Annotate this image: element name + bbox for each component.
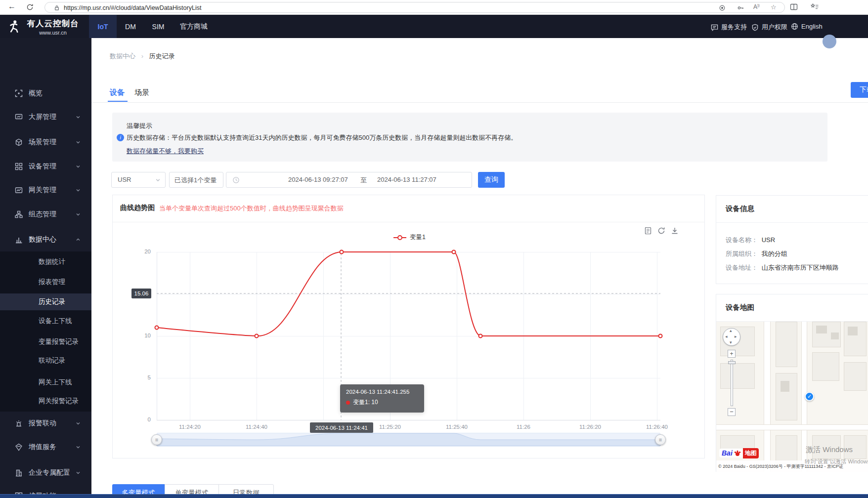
gridline	[157, 378, 660, 378]
pan-right-icon[interactable]: ▸	[735, 334, 737, 339]
date-range-picker[interactable]: 2024-06-13 09:27:07 至 2024-06-13 11:27:0…	[226, 172, 472, 188]
submenu-report-management[interactable]: 报表管理	[0, 274, 91, 290]
info-icon: i	[117, 134, 124, 141]
submenu-gateway-online-offline[interactable]: 网关上下线	[0, 374, 91, 391]
device-org-value: 我的分组	[762, 250, 787, 257]
download-button[interactable]: 下载	[851, 82, 868, 98]
datazoom-right-handle[interactable]: ≡	[655, 434, 666, 445]
user-avatar[interactable]	[823, 35, 836, 48]
device-name-value: USR	[762, 236, 775, 244]
x-tick-label: 11:26:40	[646, 424, 668, 430]
variable-select[interactable]: 已选择1个变量	[169, 172, 223, 188]
sidebar-item-hmi[interactable]: 组态管理	[0, 206, 91, 223]
nav-tab-mall[interactable]: 官方商城	[175, 15, 213, 38]
date-start-value[interactable]: 2024-06-13 09:27:07	[288, 176, 348, 183]
device-info-title: 设备信息	[726, 204, 754, 213]
date-end-value[interactable]: 2024-06-13 11:27:07	[377, 176, 436, 183]
url-bar[interactable]: https://mp.usr.cn/#/cloud/data/ViewDataH…	[44, 2, 785, 13]
breadcrumb-separator: ›	[141, 52, 143, 60]
map-block	[776, 373, 797, 420]
browser-refresh-icon[interactable]	[26, 3, 34, 11]
split-screen-icon[interactable]	[790, 3, 798, 11]
nav-tab-sim[interactable]: SIM	[146, 15, 170, 38]
gridline	[157, 336, 660, 336]
chat-icon	[711, 24, 718, 31]
legend-item-var1[interactable]: 变量1	[393, 233, 426, 242]
submenu-history-records[interactable]: 历史记录	[0, 293, 91, 310]
search-button[interactable]: 查询	[478, 172, 505, 188]
chevron-down-icon	[76, 164, 81, 169]
tab-scene[interactable]: 场景	[134, 88, 149, 97]
clock-icon	[232, 176, 240, 184]
submenu-device-online-offline[interactable]: 设备上下线	[0, 313, 91, 330]
pan-down-icon[interactable]: ▾	[730, 340, 732, 345]
sidebar-item-gateways[interactable]: 网关管理	[0, 182, 91, 199]
map-zoom-out-button[interactable]: −	[728, 408, 736, 416]
device-grid-icon	[15, 163, 23, 170]
sidebar-item-data-center[interactable]: 数据中心	[0, 231, 91, 248]
datazoom-left-handle[interactable]: ≡	[151, 434, 162, 445]
sidebar-item-alarm-linkage[interactable]: 报警联动	[0, 415, 91, 432]
submenu-variable-alarm-records[interactable]: 变量报警记录	[0, 333, 91, 350]
support-menu[interactable]: 服务支持	[711, 23, 747, 32]
map-block	[776, 322, 797, 367]
pan-up-icon[interactable]: ▴	[730, 328, 732, 333]
breadcrumb-parent[interactable]: 数据中心	[110, 52, 135, 60]
padlock-icon	[54, 5, 60, 11]
restore-refresh-icon[interactable]	[657, 227, 665, 235]
map-building	[816, 326, 827, 333]
nav-tab-dm[interactable]: DM	[121, 15, 140, 38]
download-chart-icon[interactable]	[671, 227, 679, 235]
password-key-icon[interactable]	[737, 4, 744, 11]
gateway-chart-icon	[15, 186, 23, 194]
map-building	[831, 332, 839, 339]
sidebar-item-overview[interactable]: 概览	[0, 85, 91, 102]
device-location-marker[interactable]: ✓	[805, 392, 814, 401]
sidebar-item-screens[interactable]: 大屏管理	[0, 109, 91, 125]
read-aloud-icon[interactable]: A))	[753, 3, 760, 10]
baidu-map[interactable]: ▴ ▾ ◂ ▸ + − ✓ 激活 Windows 转到“设置”以激活 Windo…	[716, 322, 868, 472]
location-icon[interactable]	[719, 4, 726, 11]
map-zoom-slider[interactable]	[731, 360, 733, 406]
gem-icon	[15, 443, 23, 451]
device-select[interactable]: USR	[111, 172, 166, 188]
sidebar-item-devices[interactable]: 设备管理	[0, 158, 91, 175]
tip-banner: 温馨提示 i 历史数据存储：平台历史数据默认支持查询近31天内的历史数据，每月可…	[112, 113, 827, 162]
favorites-bar-icon[interactable]	[811, 3, 819, 11]
tab-device[interactable]: 设备	[110, 88, 125, 97]
submenu-gateway-alarm-records[interactable]: 网关报警记录	[0, 393, 91, 410]
data-view-icon[interactable]	[644, 227, 652, 235]
tooltip-series-dot	[346, 401, 350, 405]
map-zoom-in-button[interactable]: +	[728, 350, 736, 358]
permissions-menu[interactable]: 用户权限	[751, 23, 787, 32]
pan-left-icon[interactable]: ◂	[725, 334, 728, 339]
chevron-down-icon	[76, 445, 81, 450]
datazoom-slider-track[interactable]	[157, 433, 660, 447]
nav-tab-iot[interactable]: IoT	[89, 15, 117, 38]
chevron-down-icon	[155, 177, 161, 183]
gridline	[657, 252, 657, 420]
submenu-linkage-records[interactable]: 联动记录	[0, 352, 91, 369]
chart-header-divider	[113, 222, 704, 222]
banner-purchase-link[interactable]: 数据存储量不够，我要购买	[127, 147, 204, 156]
map-building	[848, 327, 858, 335]
sidebar-item-scenes[interactable]: 场景管理	[0, 134, 91, 151]
tooltip-series-value: 变量1: 10	[353, 398, 378, 407]
map-block	[844, 362, 867, 391]
sidebar-item-value-added[interactable]: 增值服务	[0, 439, 91, 456]
device-map-title: 设备地图	[726, 303, 754, 312]
favorite-star-icon[interactable]: ☆	[771, 3, 777, 11]
x-tick-label: 11:26:20	[579, 424, 601, 430]
sidebar-item-enterprise-config[interactable]: 企业专属配置	[0, 464, 91, 481]
gridline	[457, 252, 457, 420]
baidu-logo: Bai 地图	[719, 448, 759, 458]
map-pan-control[interactable]: ▴ ▾ ◂ ▸	[723, 328, 740, 346]
app-header: 有人云控制台 www.usr.cn IoT DM SIM 官方商城 服务支持 用…	[0, 15, 868, 38]
activate-windows-watermark-line2: 转到“设置”以激活 Windows。	[805, 458, 868, 465]
submenu-data-statistics[interactable]: 数据统计	[0, 253, 91, 270]
device-name-row: 设备名称： USR	[726, 236, 775, 245]
language-menu[interactable]: English	[791, 23, 823, 30]
browser-back-icon[interactable]: ←	[8, 2, 16, 11]
x-tick-label: 11:26	[517, 424, 530, 430]
map-zoom-slider-handle[interactable]	[728, 361, 736, 364]
